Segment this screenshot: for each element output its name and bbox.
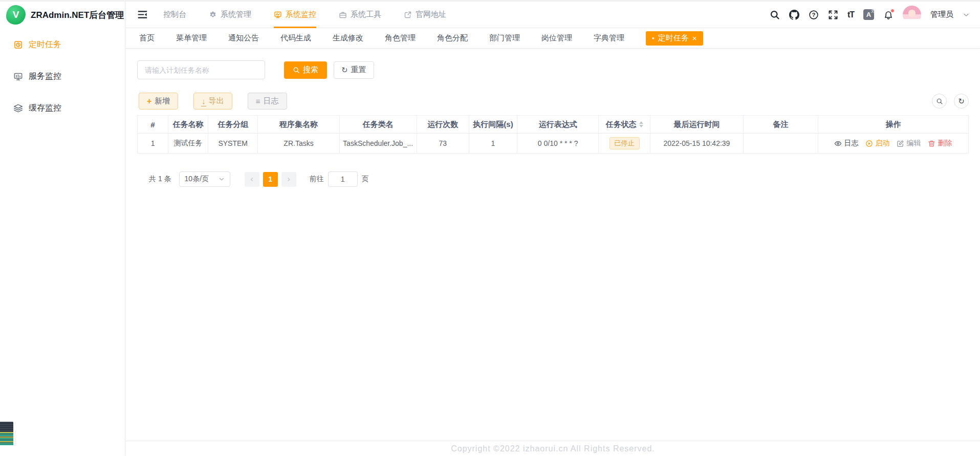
tab-scheduled-tasks-active[interactable]: ● 定时任务 × <box>646 31 703 46</box>
reset-button[interactable]: ↻ 重置 <box>334 61 374 79</box>
sidebar-item-label: 服务监控 <box>29 71 61 82</box>
tab-post-manage[interactable]: 岗位管理 <box>541 33 572 43</box>
col-index: # <box>138 116 168 134</box>
status-badge: 已停止 <box>609 137 640 149</box>
table-header-row: # 任务名称 任务分组 程序集名称 任务类名 运行次数 执行间隔(s) 运行表达… <box>138 116 969 134</box>
nav-item-label: 官网地址 <box>416 10 446 19</box>
goto-page-input[interactable] <box>328 171 358 187</box>
search-icon[interactable] <box>770 10 780 20</box>
tab-code-gen[interactable]: 代码生成 <box>280 33 311 43</box>
add-button-label: 新增 <box>155 96 170 106</box>
col-assembly: 程序集名称 <box>258 116 339 134</box>
user-avatar[interactable] <box>903 6 921 24</box>
sidebar-item-cache-monitor[interactable]: 缓存监控 <box>0 94 125 122</box>
user-name[interactable]: 管理员 <box>930 10 953 19</box>
sidebar-item-label: 定时任务 <box>29 39 61 50</box>
fullscreen-icon[interactable] <box>828 10 838 20</box>
timer-task-icon <box>13 40 23 50</box>
menu-fold-icon[interactable] <box>137 9 148 20</box>
logo-row[interactable]: V ZRAdmin.NET后台管理 <box>0 2 125 28</box>
nav-item-label: 控制台 <box>163 10 186 19</box>
prev-page-button[interactable]: ‹ <box>245 172 259 187</box>
tab-menu-manage[interactable]: 菜单管理 <box>176 33 207 43</box>
monitor-pulse-icon <box>274 11 282 19</box>
translate-icon[interactable]: A 文 <box>863 9 874 20</box>
cell-remark <box>743 134 818 154</box>
search-button[interactable]: 搜索 <box>284 61 327 79</box>
cell-task-name: 测试任务 <box>168 134 208 154</box>
goto-label: 前往 <box>310 175 324 184</box>
nav-item-official-site[interactable]: 官网地址 <box>404 2 446 28</box>
table-search-toggle-button[interactable] <box>932 94 947 108</box>
nav-item-system-tools[interactable]: 系统工具 <box>339 2 381 28</box>
sort-carets-icon <box>639 121 643 127</box>
export-button[interactable]: ↓ 导出 <box>193 93 232 110</box>
row-delete-link[interactable]: 删除 <box>928 139 952 148</box>
cell-assembly: ZR.Tasks <box>258 134 339 154</box>
toolbox-icon <box>339 11 347 19</box>
app-title: ZRAdmin.NET后台管理 <box>31 9 124 21</box>
row-edit-link[interactable]: 编辑 <box>897 139 921 148</box>
tab-dept-manage[interactable]: 部门管理 <box>489 33 520 43</box>
toolbar-right: ↻ <box>932 94 969 108</box>
nav-item-system-manage[interactable]: 系统管理 <box>209 2 251 28</box>
font-size-icon[interactable]: tT <box>847 10 854 19</box>
svg-text:?: ? <box>812 12 815 18</box>
help-icon[interactable]: ? <box>809 10 819 20</box>
plus-icon: + <box>147 97 151 105</box>
trash-icon <box>928 140 935 147</box>
col-operations: 操作 <box>818 116 968 134</box>
active-dot-icon: ● <box>652 36 655 40</box>
sidebar-menu: 定时任务 服务监控 缓存监控 <box>0 30 125 122</box>
stats-monitor-widget[interactable] <box>0 422 13 445</box>
cell-status: 已停止 <box>599 134 650 154</box>
tab-home[interactable]: 首页 <box>139 33 155 43</box>
tab-dict-manage[interactable]: 字典管理 <box>594 33 624 43</box>
sidebar-item-service-monitor[interactable]: 服务监控 <box>0 62 125 91</box>
log-lines-icon: ≡ <box>256 97 260 105</box>
cell-last-run: 2022-05-15 10:42:39 <box>650 134 743 154</box>
bell-icon[interactable] <box>883 10 894 20</box>
nav-item-system-monitor[interactable]: 系统监控 <box>274 2 316 28</box>
logo-letter: V <box>13 9 19 20</box>
col-interval: 执行间隔(s) <box>469 116 517 134</box>
page-size-value: 10条/页 <box>185 175 209 184</box>
search-button-label: 搜索 <box>303 65 318 75</box>
page-unit-label: 页 <box>362 175 369 184</box>
export-button-label: 导出 <box>209 96 224 106</box>
tab-role-manage[interactable]: 角色管理 <box>385 33 416 43</box>
log-button[interactable]: ≡ 日志 <box>248 93 287 110</box>
top-menu: 控制台 系统管理 系统监控 <box>163 2 446 28</box>
github-icon[interactable] <box>789 10 799 20</box>
page-size-select[interactable]: 10条/页 <box>179 171 230 187</box>
sidebar-item-label: 缓存监控 <box>29 103 61 114</box>
nav-item-console[interactable]: 控制台 <box>163 2 186 28</box>
chevron-down-icon[interactable] <box>963 11 970 18</box>
edit-icon <box>897 140 904 147</box>
table-refresh-button[interactable]: ↻ <box>954 94 969 108</box>
tab-role-assign[interactable]: 角色分配 <box>437 33 468 43</box>
row-start-link[interactable]: 启动 <box>865 139 889 148</box>
tabbar: 首页 菜单管理 通知公告 代码生成 生成修改 角色管理 角色分配 部门管理 岗位… <box>126 28 980 49</box>
status-sort-control[interactable]: 任务状态 <box>606 120 643 129</box>
sidebar-item-scheduled-tasks[interactable]: 定时任务 <box>0 30 125 59</box>
app-logo: V <box>6 5 26 25</box>
eye-icon <box>834 140 842 147</box>
row-log-link[interactable]: 日志 <box>834 139 858 148</box>
task-name-input[interactable] <box>137 60 265 79</box>
gear-icon <box>209 11 217 19</box>
main-area: 控制台 系统管理 系统监控 <box>126 2 980 456</box>
table-row: 1 测试任务 SYSTEM ZR.Tasks TaskScheduler.Job… <box>138 134 969 154</box>
next-page-button[interactable]: › <box>281 172 296 187</box>
tab-notice[interactable]: 通知公告 <box>228 33 259 43</box>
tab-gen-modify[interactable]: 生成修改 <box>333 33 363 43</box>
close-icon[interactable]: × <box>692 34 697 42</box>
pagination: 共 1 条 10条/页 ‹ 1 › 前往 页 <box>149 171 980 187</box>
add-button[interactable]: + 新增 <box>139 93 178 110</box>
translate-letter: A <box>866 11 871 18</box>
search-icon <box>293 67 300 74</box>
cell-cron: 0 0/10 * * * ? <box>517 134 599 154</box>
nav-item-label: 系统管理 <box>221 10 251 19</box>
search-row: 搜索 ↻ 重置 <box>137 60 980 79</box>
current-page-button[interactable]: 1 <box>263 172 278 187</box>
